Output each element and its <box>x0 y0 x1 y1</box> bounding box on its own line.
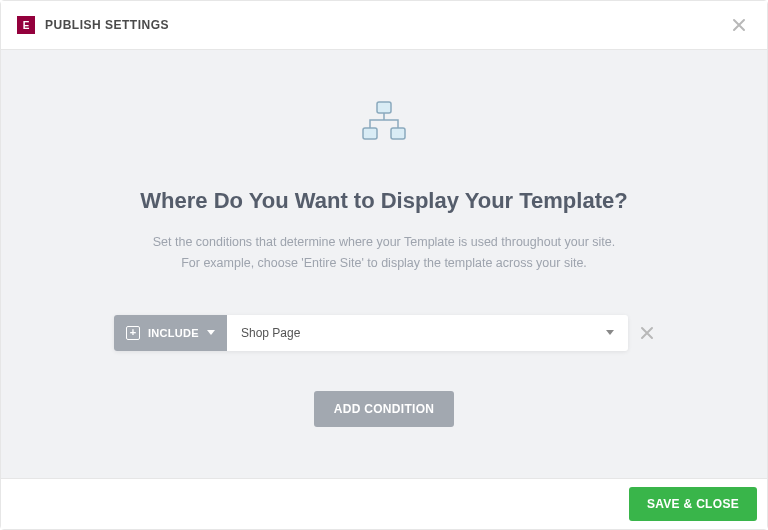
save-close-button[interactable]: SAVE & CLOSE <box>629 487 757 521</box>
close-icon <box>640 326 654 340</box>
include-label: INCLUDE <box>148 327 199 339</box>
remove-condition-button[interactable] <box>640 326 654 340</box>
publish-settings-modal: E PUBLISH SETTINGS Where Do You Want to … <box>0 0 768 530</box>
sitemap-illustration-icon <box>359 100 409 148</box>
close-icon <box>731 17 747 33</box>
caret-down-icon <box>207 330 215 335</box>
close-button[interactable] <box>727 13 751 37</box>
modal-footer: SAVE & CLOSE <box>1 478 767 529</box>
elementor-logo-icon: E <box>17 16 35 34</box>
modal-content: Where Do You Want to Display Your Templa… <box>1 50 767 478</box>
modal-title: PUBLISH SETTINGS <box>45 18 169 32</box>
svg-rect-1 <box>363 128 377 139</box>
svg-rect-0 <box>377 102 391 113</box>
condition-select[interactable]: Shop Page <box>227 315 628 351</box>
main-heading: Where Do You Want to Display Your Templa… <box>140 188 627 214</box>
add-condition-button[interactable]: ADD CONDITION <box>314 391 455 427</box>
header-left: E PUBLISH SETTINGS <box>17 16 169 34</box>
logo-letter: E <box>23 20 30 31</box>
description-text: Set the conditions that determine where … <box>153 232 616 275</box>
caret-down-icon <box>606 330 614 335</box>
svg-rect-2 <box>391 128 405 139</box>
include-mode-dropdown[interactable]: + INCLUDE <box>114 315 227 351</box>
condition-bar: + INCLUDE Shop Page <box>114 315 628 351</box>
plus-icon: + <box>126 326 140 340</box>
modal-header: E PUBLISH SETTINGS <box>1 1 767 50</box>
condition-row: + INCLUDE Shop Page <box>114 315 654 351</box>
condition-selected-value: Shop Page <box>241 326 300 340</box>
